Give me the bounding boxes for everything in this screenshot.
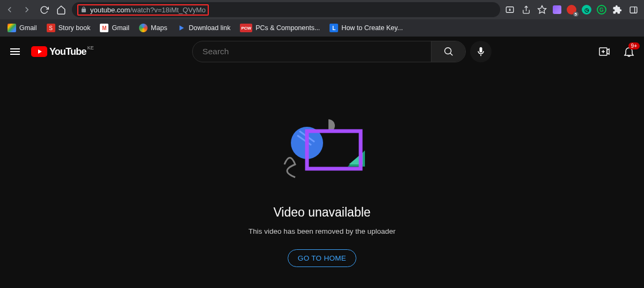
go-to-home-button[interactable]: GO TO HOME: [288, 249, 356, 267]
extensions-puzzle-icon[interactable]: [612, 4, 623, 15]
extension-grammarly-icon[interactable]: G: [597, 5, 606, 15]
youtube-logo-text: YouTube: [49, 46, 86, 57]
bookmark-star-icon[interactable]: [537, 4, 547, 15]
error-illustration: [268, 115, 376, 190]
search-input[interactable]: [193, 47, 431, 56]
bookmark-maps[interactable]: Maps: [139, 24, 167, 32]
install-app-icon[interactable]: [504, 4, 515, 15]
maps-icon: [139, 24, 148, 32]
pcw-icon: PCW: [240, 24, 252, 32]
search-box: [192, 41, 466, 62]
bookmark-story-book[interactable]: S Story book: [47, 24, 91, 32]
story-book-icon: S: [47, 24, 55, 32]
youtube-masthead: YouTube KE 9+: [0, 37, 644, 67]
home-button[interactable]: [55, 3, 68, 16]
extension-red-icon[interactable]: [567, 5, 576, 15]
share-icon[interactable]: [521, 4, 531, 15]
svg-line-6: [450, 53, 452, 55]
browser-actions: ◷ G: [504, 4, 641, 15]
search-button[interactable]: [431, 41, 465, 62]
browser-toolbar: youtube.com/watch?v=18iMt_QVyMo ◷ G: [0, 0, 644, 19]
notifications-button[interactable]: 9+: [623, 45, 635, 58]
extension-teal-icon[interactable]: ◷: [582, 5, 591, 15]
gmail-icon: M: [100, 24, 108, 32]
svg-marker-1: [538, 6, 546, 13]
url-highlight-box: youtube.com/watch?v=18iMt_QVyMo: [77, 4, 209, 16]
bookmark-pcs-components[interactable]: PCW PCs & Components...: [240, 24, 320, 32]
youtube-logo[interactable]: YouTube KE: [31, 46, 86, 57]
bookmark-label: Maps: [151, 24, 167, 32]
bookmark-label: How to Create Key...: [341, 24, 402, 32]
bookmark-label: Download link: [189, 24, 231, 32]
bookmark-gmail-2[interactable]: M Gmail: [100, 24, 129, 32]
extension-purple-icon[interactable]: [553, 5, 561, 14]
error-title: Video unavailable: [273, 205, 370, 220]
play-icon: [177, 24, 186, 32]
create-button[interactable]: [598, 45, 611, 58]
key-icon: L: [330, 24, 338, 32]
address-bar[interactable]: youtube.com/watch?v=18iMt_QVyMo: [72, 2, 500, 17]
reload-button[interactable]: [38, 3, 50, 16]
url-host: youtube.com/watch?v=18iMt_QVyMo: [90, 6, 206, 14]
svg-point-5: [445, 48, 451, 54]
forward-button[interactable]: [20, 3, 33, 16]
bookmarks-bar: Gmail S Story book M Gmail Maps Download…: [0, 19, 644, 37]
youtube-play-icon: [31, 46, 47, 57]
svg-rect-2: [630, 6, 637, 12]
bookmark-download-link[interactable]: Download link: [177, 24, 231, 32]
gmail-icon: [8, 24, 16, 32]
bookmark-label: Gmail: [112, 24, 129, 32]
voice-search-button[interactable]: [470, 41, 492, 62]
menu-button[interactable]: [9, 45, 21, 58]
side-panel-icon[interactable]: [628, 4, 639, 15]
notification-badge: 9+: [628, 42, 640, 49]
svg-marker-4: [179, 25, 184, 30]
error-subtitle: This video has been removed by the uploa…: [248, 227, 396, 235]
lock-icon: [80, 6, 87, 13]
bookmark-label: PCs & Components...: [255, 24, 320, 32]
bookmark-gmail[interactable]: Gmail: [8, 24, 37, 32]
bookmark-create-key[interactable]: L How to Create Key...: [330, 24, 402, 32]
bookmark-label: Gmail: [19, 24, 37, 32]
bookmark-label: Story book: [58, 24, 91, 32]
region-label: KE: [87, 45, 94, 51]
back-button[interactable]: [3, 3, 16, 16]
error-content: Video unavailable This video has been re…: [0, 67, 644, 288]
